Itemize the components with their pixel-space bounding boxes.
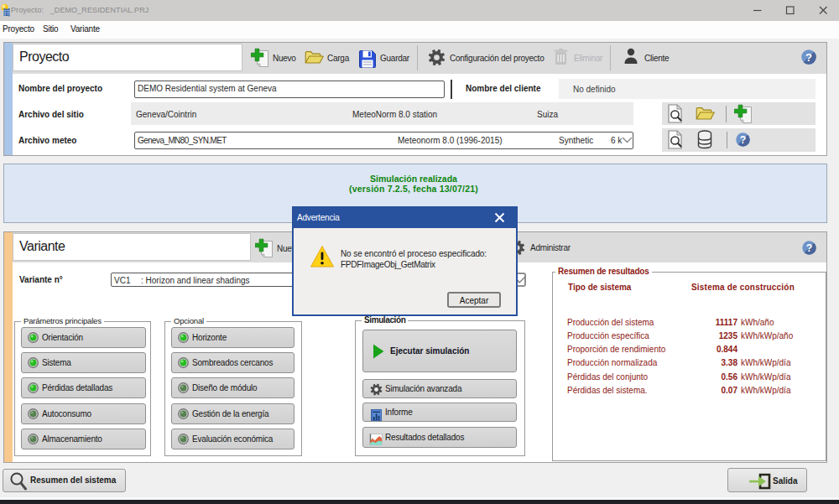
svg-text:?: ? <box>805 51 812 64</box>
svg-text:?: ? <box>740 134 747 146</box>
svg-text:?: ? <box>806 242 813 254</box>
